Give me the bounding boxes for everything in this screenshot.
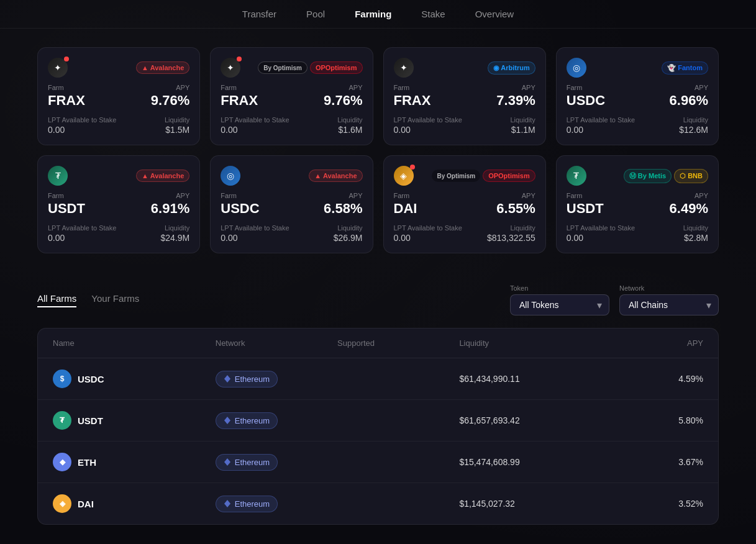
nav-overview[interactable]: Overview bbox=[475, 9, 514, 19]
token-cell-dai: ◈ DAI bbox=[53, 494, 216, 513]
farm-card-icon: ✦ bbox=[221, 58, 240, 78]
apy-label: APY bbox=[522, 84, 535, 91]
farm-card-frax-arbitrum[interactable]: ✦ ◉ Arbitrum Farm APY FRAX 7.39% LPT Ava… bbox=[383, 47, 546, 145]
apy-cell-usdc: 4.59% bbox=[622, 374, 703, 384]
token-name-usdc: USDC bbox=[78, 374, 104, 384]
liquidity-value: $26.9M bbox=[334, 233, 363, 243]
network-cell-dai: Ethereum bbox=[216, 496, 337, 512]
lpt-value: 0.00 bbox=[221, 125, 237, 135]
network-filter-label: Network bbox=[619, 284, 719, 292]
network-cell-eth: Ethereum bbox=[216, 454, 337, 471]
chain-badge-avalanche: ▲ Avalanche bbox=[309, 170, 362, 182]
table-header: Name Network Supported Liquidity APY bbox=[38, 329, 718, 358]
farm-card-usdt-avalanche[interactable]: ₮ ▲ Avalanche Farm APY USDT 6.91% LPT Av… bbox=[37, 155, 200, 253]
chain-badges: By Optimism OPOptimism bbox=[432, 170, 535, 182]
liquidity-value: $1.1M bbox=[511, 125, 535, 135]
lpt-value: 0.00 bbox=[567, 233, 583, 243]
liquidity-label: Liquidity bbox=[510, 116, 535, 124]
liquidity-label: Liquidity bbox=[337, 224, 362, 232]
network-select-wrapper: All Chains bbox=[619, 294, 719, 315]
liquidity-cell-usdc: $61,434,990.11 bbox=[459, 374, 622, 384]
th-supported: Supported bbox=[337, 338, 459, 348]
nav-transfer[interactable]: Transfer bbox=[242, 9, 276, 19]
liquidity-cell-dai: $1,145,027.32 bbox=[459, 499, 622, 509]
network-cell-usdt: Ethereum bbox=[216, 412, 337, 429]
farm-apy: 6.58% bbox=[324, 201, 362, 217]
token-select-wrapper: All Tokens bbox=[510, 294, 609, 315]
farm-card-usdc-avalanche[interactable]: ◎ ▲ Avalanche Farm APY USDC 6.58% LPT Av… bbox=[210, 155, 373, 253]
svg-marker-3 bbox=[224, 500, 230, 507]
ethereum-badge: Ethereum bbox=[216, 412, 278, 429]
chain-badge-avalanche: ▲ Avalanche bbox=[136, 170, 189, 182]
farm-card-dai-optimism[interactable]: ◈ By Optimism OPOptimism Farm APY DAI 6.… bbox=[383, 155, 546, 253]
table-row[interactable]: ₮ USDT Ethereum $61,657,693.42 5.80% bbox=[38, 400, 718, 442]
token-cell-usdc: $ USDC bbox=[53, 369, 216, 388]
farm-apy: 6.49% bbox=[670, 201, 708, 217]
apy-cell-dai: 3.52% bbox=[622, 499, 703, 509]
liquidity-value: $2.8M bbox=[684, 233, 708, 243]
farm-card-icon: ✦ bbox=[48, 58, 68, 78]
lpt-label: LPT Available to Stake bbox=[567, 116, 635, 124]
farm-card-frax-avalanche-1[interactable]: ✦ ▲ Avalanche Farm APY FRAX 9.76% LPT Av… bbox=[37, 47, 200, 145]
farm-token: USDC bbox=[221, 201, 259, 217]
filter-controls: Token All Tokens Network All Chains bbox=[510, 284, 719, 315]
apy-label: APY bbox=[348, 192, 362, 199]
table-row[interactable]: $ USDC Ethereum $61,434,990.11 4.59% bbox=[38, 358, 718, 400]
token-name-eth: ETH bbox=[78, 457, 96, 468]
dai-token-icon: ◈ bbox=[53, 494, 71, 513]
by-optimism-badge: By Optimism bbox=[258, 61, 307, 74]
table-row[interactable]: ◈ DAI Ethereum $1,145,027.32 3.52% bbox=[38, 483, 718, 524]
frax-icon: ✦ bbox=[54, 63, 61, 73]
lpt-label: LPT Available to Stake bbox=[48, 116, 116, 124]
farm-card-icon: ◈ bbox=[394, 166, 414, 186]
liquidity-value: $1.6M bbox=[339, 125, 363, 135]
liquidity-value: $12.6M bbox=[679, 125, 708, 135]
farm-card-icon: ₮ bbox=[48, 166, 68, 186]
chain-badge-fantom: 👻 Fantom bbox=[662, 61, 708, 75]
tab-your-farms[interactable]: Your Farms bbox=[91, 293, 139, 307]
farm-label: Farm bbox=[394, 84, 410, 91]
token-select[interactable]: All Tokens bbox=[510, 294, 609, 315]
table-row[interactable]: ◆ ETH Ethereum $15,474,608.99 3.67% bbox=[38, 442, 718, 483]
farm-card-usdc-fantom[interactable]: ◎ 👻 Fantom Farm APY USDC 6.96% LPT Avail… bbox=[556, 47, 719, 145]
usdc-token-icon: $ bbox=[53, 369, 71, 388]
farm-label: Farm bbox=[394, 192, 410, 199]
chain-badge-arbitrum: ◉ Arbitrum bbox=[488, 61, 535, 75]
liquidity-label: Liquidity bbox=[510, 224, 535, 232]
lpt-value: 0.00 bbox=[394, 233, 411, 243]
tab-all-farms[interactable]: All Farms bbox=[37, 293, 76, 307]
farm-apy: 6.55% bbox=[496, 201, 535, 217]
main-content: ✦ ▲ Avalanche Farm APY FRAX 9.76% LPT Av… bbox=[0, 29, 756, 544]
farm-apy: 9.76% bbox=[151, 93, 189, 109]
liquidity-value: $24.9M bbox=[161, 233, 190, 243]
nav-farming[interactable]: Farming bbox=[355, 9, 391, 19]
usdc-icon: ◎ bbox=[573, 63, 580, 73]
liquidity-cell-usdt: $61,657,693.42 bbox=[459, 415, 622, 425]
farm-token: USDT bbox=[48, 201, 85, 217]
hot-dot bbox=[64, 57, 69, 61]
token-cell-usdt: ₮ USDT bbox=[53, 411, 216, 430]
farm-token: FRAX bbox=[48, 93, 85, 109]
liquidity-label: Liquidity bbox=[683, 116, 708, 124]
lpt-value: 0.00 bbox=[48, 125, 65, 135]
liquidity-value: $813,322.55 bbox=[487, 233, 535, 243]
liquidity-label: Liquidity bbox=[683, 224, 708, 232]
nav-pool[interactable]: Pool bbox=[306, 9, 325, 19]
farm-card-usdt-metis-bnb[interactable]: ₮ Ⓜ By Metis ⬡ BNB Farm APY USDT 6.49% L… bbox=[556, 155, 719, 253]
farm-cards-grid: ✦ ▲ Avalanche Farm APY FRAX 9.76% LPT Av… bbox=[37, 47, 719, 253]
th-apy: APY bbox=[622, 338, 703, 348]
farms-table: Name Network Supported Liquidity APY $ U… bbox=[37, 328, 719, 525]
lpt-label: LPT Available to Stake bbox=[221, 116, 289, 124]
lpt-value: 0.00 bbox=[394, 125, 411, 135]
usdc-icon: ◎ bbox=[227, 171, 234, 181]
nav-stake[interactable]: Stake bbox=[421, 9, 445, 19]
token-name-dai: DAI bbox=[78, 499, 94, 509]
lpt-label: LPT Available to Stake bbox=[394, 116, 462, 124]
network-select[interactable]: All Chains bbox=[619, 294, 719, 315]
op-optimism-badge: OPOptimism bbox=[310, 61, 363, 74]
farm-card-icon: ◎ bbox=[567, 58, 586, 78]
liquidity-label: Liquidity bbox=[165, 224, 189, 232]
farm-card-frax-optimism[interactable]: ✦ By Optimism OPOptimism Farm APY FRAX 9… bbox=[210, 47, 373, 145]
lpt-label: LPT Available to Stake bbox=[394, 224, 462, 232]
lpt-value: 0.00 bbox=[567, 125, 583, 135]
